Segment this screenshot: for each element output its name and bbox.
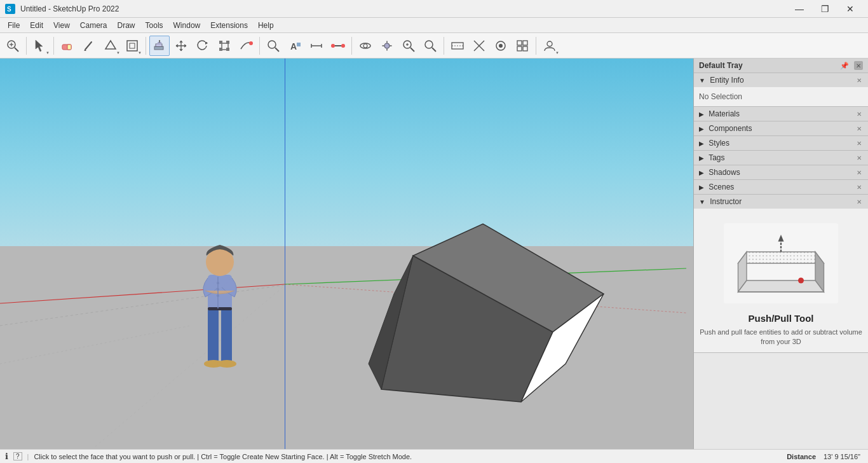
instructor-section: ▼ Instructor ✕ (694, 195, 868, 353)
scale-tool[interactable] (214, 36, 234, 56)
blue-axis (285, 59, 285, 449)
entity-info-label: Entity Info (710, 76, 743, 85)
menu-help[interactable]: Help (253, 18, 279, 33)
components-header[interactable]: ▶ Components ✕ (694, 121, 868, 135)
menubar: File Edit View Camera Draw Tools Window … (0, 18, 868, 33)
tray-pin-button[interactable]: 📌 (840, 62, 849, 70)
sky-background (0, 59, 693, 246)
svg-line-26 (275, 48, 279, 52)
instructor-description: Push and pull face entities to add or su… (699, 328, 863, 347)
shapes-tool[interactable]: ▼ (100, 36, 121, 56)
viewport[interactable] (0, 59, 693, 449)
tray-title: Default Tray (699, 61, 743, 70)
entity-info-content: No Selection (694, 87, 868, 106)
styles-label: Styles (709, 139, 729, 148)
materials-label: Materials (709, 109, 740, 118)
rotate-tool[interactable] (193, 36, 213, 56)
menu-tools[interactable]: Tools (140, 18, 168, 33)
components-close[interactable]: ✕ (855, 125, 863, 132)
tray-close-button[interactable]: ✕ (854, 61, 863, 70)
pan-tool[interactable] (377, 36, 397, 56)
svg-rect-51 (523, 41, 527, 45)
offset-tool[interactable]: ▼ (122, 36, 142, 56)
shadows-close[interactable]: ✕ (855, 169, 863, 176)
scenes-close[interactable]: ✕ (855, 183, 863, 191)
instructor-header[interactable]: ▼ Instructor ✕ (694, 195, 868, 209)
pencil-tool[interactable] (79, 36, 99, 56)
minimize-button[interactable]: — (787, 0, 812, 18)
zoom-tool[interactable] (398, 36, 419, 56)
offset-dropdown-arrow: ▼ (138, 51, 142, 55)
select-tool[interactable]: ▼ (30, 36, 50, 56)
followme-tool[interactable] (236, 36, 256, 56)
zoom-window-tool[interactable] (420, 36, 440, 56)
materials-header[interactable]: ▶ Materials ✕ (694, 107, 868, 121)
instructor-close[interactable]: ✕ (855, 198, 863, 205)
components-arrow: ▶ (699, 125, 704, 132)
sep1 (26, 37, 27, 55)
main-area: Default Tray 📌 ✕ ▼ Entity Info ✕ No Sele… (0, 59, 868, 449)
menu-draw[interactable]: Draw (112, 18, 140, 33)
svg-point-36 (363, 44, 367, 48)
scenes-label: Scenes (709, 183, 734, 191)
text-tool[interactable]: A (285, 36, 305, 56)
eraser-tool[interactable] (57, 36, 78, 56)
no-selection-label: No Selection (699, 92, 742, 101)
account-dropdown-arrow: ▼ (555, 51, 559, 55)
svg-point-34 (341, 44, 345, 48)
scenes-header[interactable]: ▶ Scenes ✕ (694, 180, 868, 194)
titlebar-left: S Untitled - SketchUp Pro 2022 (5, 4, 119, 14)
styles-header[interactable]: ▶ Styles ✕ (694, 136, 868, 150)
menu-camera[interactable]: Camera (75, 18, 112, 33)
materials-close[interactable]: ✕ (855, 110, 863, 118)
menu-file[interactable]: File (3, 18, 25, 33)
styles-arrow: ▶ (699, 140, 704, 147)
style3-tool[interactable] (491, 36, 511, 56)
svg-rect-12 (127, 41, 137, 51)
style1-tool[interactable] (447, 36, 468, 56)
separator: | (27, 453, 29, 460)
svg-point-77 (798, 278, 804, 284)
svg-line-43 (432, 48, 436, 52)
instructor-label: Instructor (710, 197, 742, 206)
styles-section: ▶ Styles ✕ (694, 136, 868, 151)
instructor-image (724, 219, 838, 308)
svg-point-24 (249, 41, 253, 45)
search-tool[interactable] (263, 36, 283, 56)
svg-marker-6 (36, 40, 43, 52)
styles-close[interactable]: ✕ (855, 139, 863, 147)
sep4 (259, 37, 260, 55)
maximize-button[interactable]: ❐ (812, 0, 837, 18)
statusbar-distance-value: 13' 9 15/16" (824, 453, 860, 460)
orbit-tool[interactable] (355, 36, 376, 56)
statusbar-info[interactable]: ? (13, 452, 22, 460)
zoom-extents-tool[interactable] (3, 36, 23, 56)
svg-rect-22 (219, 48, 222, 51)
close-button[interactable]: ✕ (837, 0, 863, 18)
tape-tool[interactable] (328, 36, 348, 56)
ground-plane (0, 246, 693, 449)
menu-extensions[interactable]: Extensions (205, 18, 253, 33)
app-title: Untitled - SketchUp Pro 2022 (20, 4, 119, 13)
shadows-label: Shadows (709, 168, 740, 177)
svg-rect-8 (67, 45, 71, 50)
dimension-tool[interactable] (306, 36, 327, 56)
move-tool[interactable] (171, 36, 191, 56)
menu-window[interactable]: Window (168, 18, 206, 33)
shadows-header[interactable]: ▶ Shadows ✕ (694, 165, 868, 179)
tags-close[interactable]: ✕ (855, 154, 863, 162)
pushpull-tool[interactable] (149, 36, 170, 56)
tags-header[interactable]: ▶ Tags ✕ (694, 151, 868, 165)
menu-edit[interactable]: Edit (25, 18, 48, 33)
svg-text:A: A (290, 41, 297, 52)
entity-info-header[interactable]: ▼ Entity Info ✕ (694, 73, 868, 87)
account-tool[interactable]: ▼ (539, 36, 560, 56)
menu-view[interactable]: View (48, 18, 75, 33)
shadows-section: ▶ Shadows ✕ (694, 165, 868, 180)
titlebar: S Untitled - SketchUp Pro 2022 — ❐ ✕ (0, 0, 868, 18)
svg-line-9 (85, 42, 92, 50)
style4-tool[interactable] (512, 36, 532, 56)
style2-tool[interactable] (469, 36, 489, 56)
svg-point-42 (425, 41, 433, 48)
entity-info-close[interactable]: ✕ (855, 76, 863, 84)
